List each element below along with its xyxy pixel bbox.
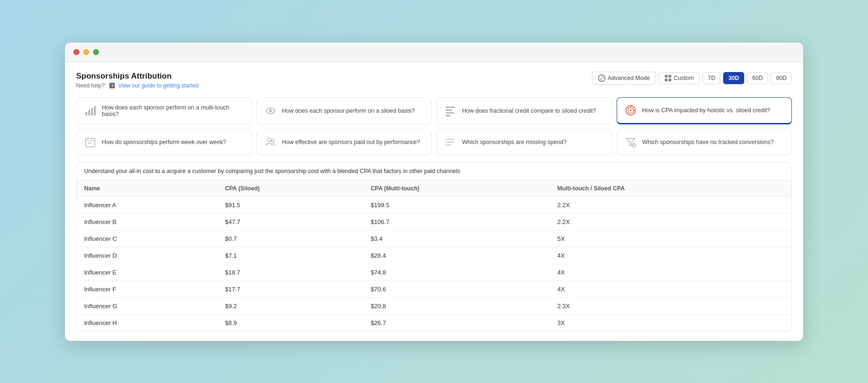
- question-6-text: How effective are sponsors paid out by p…: [282, 139, 420, 145]
- advanced-mode-label: Advanced Mode: [608, 75, 650, 81]
- svg-rect-8: [446, 107, 455, 108]
- cell-name-2: Influencer C: [77, 230, 218, 247]
- help-icon: ?: [109, 83, 115, 88]
- week-icon: [85, 137, 96, 148]
- question-card-8[interactable]: Which sponsorships have no tracked conve…: [617, 129, 792, 155]
- filter-icon: [624, 135, 638, 149]
- svg-rect-11: [446, 115, 450, 116]
- maximize-button[interactable]: [93, 49, 99, 55]
- eye-icon: [263, 104, 277, 118]
- table-row: Influencer C$0.7$3.45X: [77, 230, 791, 247]
- cell-ratio-7: 3X: [550, 314, 791, 331]
- col-multi-header: CPA (Multi-touch): [363, 181, 550, 197]
- cell-cpa_multi-7: $26.7: [363, 314, 550, 331]
- table-row: Influencer A$91.5$199.52.2X: [77, 196, 791, 213]
- cell-name-1: Influencer B: [77, 213, 218, 230]
- question-card-7[interactable]: Which sponsorships are missing spend?: [436, 129, 612, 155]
- question-card-3[interactable]: How does fractional credit compare to si…: [436, 97, 612, 124]
- questions-grid: How does each sponsor perform on a multi…: [76, 97, 792, 155]
- cell-cpa_siloed-6: $9.2: [218, 297, 363, 314]
- cell-cpa_multi-6: $20.8: [363, 297, 550, 314]
- table-row: Influencer F$17.7$70.64X: [77, 281, 791, 297]
- advanced-mode-button[interactable]: Advanced Mode: [592, 72, 656, 85]
- question-card-4[interactable]: How is CPA impacted by holistic vs. silo…: [617, 97, 792, 124]
- question-7-text: Which sponsorships are missing spend?: [462, 139, 567, 145]
- svg-point-14: [630, 109, 632, 111]
- cell-cpa_multi-3: $28.4: [363, 247, 550, 264]
- question-card-1[interactable]: How does each sponsor perform on a multi…: [76, 97, 252, 124]
- cell-name-7: Influencer H: [77, 314, 218, 331]
- page-header: Sponsorships Attribution Need help? ? Vi…: [76, 72, 792, 89]
- toolbar-right: Advanced Mode Custom 7D 30D 60D 90D: [592, 72, 792, 85]
- svg-rect-9: [446, 109, 452, 111]
- cell-name-6: Influencer G: [77, 297, 218, 314]
- question-card-2[interactable]: How does each sponsor perform on a siloe…: [256, 97, 432, 124]
- question-3-text: How does fractional credit compare to si…: [462, 108, 596, 114]
- col-siloed-header: CPA (Siloed): [218, 181, 363, 197]
- question-5-text: How do sponsorships perform week over we…: [102, 139, 226, 145]
- custom-button[interactable]: Custom: [659, 72, 700, 84]
- page-title: Sponsorships Attribution: [76, 72, 199, 81]
- missing-icon: [443, 135, 457, 149]
- cell-cpa_siloed-4: $18.7: [218, 264, 363, 281]
- cell-ratio-2: 5X: [550, 230, 791, 247]
- question-1-text: How does each sponsor perform on a multi…: [102, 104, 245, 117]
- cell-cpa_siloed-0: $91.5: [218, 196, 363, 213]
- cell-name-3: Influencer D: [77, 247, 218, 264]
- svg-point-30: [445, 145, 446, 145]
- data-table: Name CPA (Siloed) CPA (Multi-touch) Mult…: [77, 181, 791, 331]
- chart-icon: [83, 104, 97, 118]
- cell-cpa_siloed-3: $7.1: [218, 247, 363, 264]
- no-conversions-icon: [625, 137, 636, 148]
- list-icon: [443, 104, 457, 118]
- svg-point-23: [267, 138, 271, 142]
- help-row: Need help? ? View our guide to getting s…: [76, 82, 199, 89]
- app-window: Sponsorships Attribution Need help? ? Vi…: [65, 43, 803, 341]
- performance-icon: [265, 137, 276, 148]
- cell-cpa_multi-1: $106.7: [363, 213, 550, 230]
- question-card-5[interactable]: How do sponsorships perform week over we…: [76, 129, 252, 155]
- svg-text:?: ?: [112, 84, 114, 88]
- svg-point-7: [269, 109, 272, 112]
- svg-rect-5: [94, 106, 96, 116]
- table-row: Influencer E$18.7$74.84X: [77, 264, 791, 281]
- minimize-button[interactable]: [83, 49, 89, 55]
- people-icon: [263, 135, 277, 149]
- cell-ratio-5: 4X: [550, 281, 791, 297]
- app-content: Sponsorships Attribution Need help? ? Vi…: [65, 62, 803, 332]
- table-body: Influencer A$91.5$199.52.2XInfluencer B$…: [77, 196, 791, 331]
- svg-point-29: [445, 142, 446, 143]
- table-header-row: Name CPA (Siloed) CPA (Multi-touch) Mult…: [77, 181, 791, 197]
- cell-name-4: Influencer E: [77, 264, 218, 281]
- target-icon: [624, 103, 638, 117]
- table-row: Influencer D$7.1$28.44X: [77, 247, 791, 264]
- close-button[interactable]: [73, 49, 79, 55]
- table-row: Influencer G$9.2$20.82.3X: [77, 297, 791, 314]
- period-60d-button[interactable]: 60D: [747, 72, 768, 84]
- svg-rect-4: [91, 108, 93, 116]
- cell-cpa_multi-4: $74.8: [363, 264, 550, 281]
- question-2-text: How does each sponsor perform on a siloe…: [282, 108, 415, 114]
- cell-name-0: Influencer A: [77, 196, 218, 213]
- cell-ratio-3: 4X: [550, 247, 791, 264]
- period-90d-button[interactable]: 90D: [771, 72, 792, 84]
- svg-point-24: [271, 139, 274, 142]
- table-row: Influencer B$47.7$106.72.2X: [77, 213, 791, 230]
- list2-icon: [445, 137, 456, 148]
- help-link[interactable]: View our guide to getting started: [118, 82, 199, 89]
- siloed-icon: [265, 105, 276, 116]
- cell-cpa_siloed-2: $0.7: [218, 230, 363, 247]
- cell-cpa_multi-2: $3.4: [363, 230, 550, 247]
- titlebar: [65, 43, 803, 62]
- period-30d-button[interactable]: 30D: [723, 72, 744, 84]
- svg-point-28: [445, 139, 446, 140]
- period-7d-button[interactable]: 7D: [703, 72, 720, 84]
- question-card-6[interactable]: How effective are sponsors paid out by p…: [256, 129, 432, 155]
- cell-cpa_siloed-1: $47.7: [218, 213, 363, 230]
- col-ratio-header: Multi-touch / Siloed CPA: [550, 181, 791, 197]
- svg-point-21: [88, 142, 89, 144]
- advanced-mode-icon: [598, 74, 605, 82]
- multi-touch-icon: [85, 105, 96, 116]
- table-description: Understand your all-in cost to a acquire…: [77, 162, 791, 181]
- cell-cpa_siloed-7: $8.9: [218, 314, 363, 331]
